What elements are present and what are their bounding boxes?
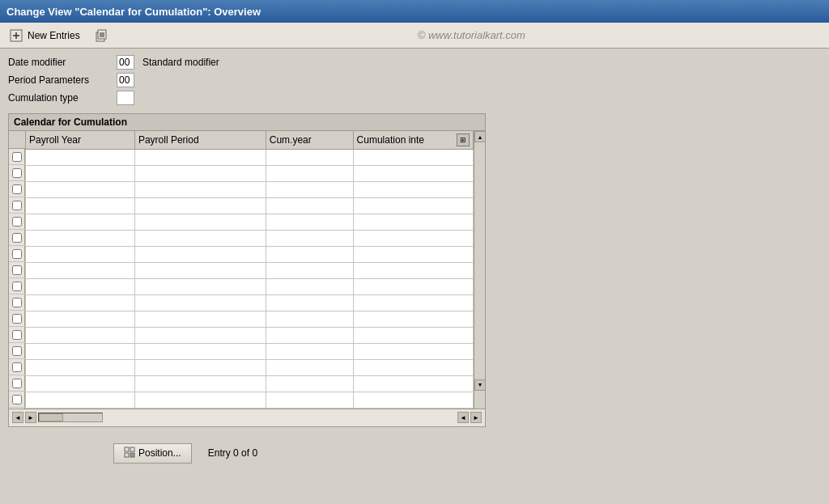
- toolbar: New Entries © www.tutorialkart.com: [0, 23, 829, 49]
- row-check-5[interactable]: [9, 214, 25, 230]
- new-entries-button[interactable]: New Entries: [5, 26, 83, 45]
- table-settings-icon[interactable]: ⊞: [457, 133, 470, 146]
- table-row: [26, 149, 474, 165]
- row-check-7[interactable]: [9, 246, 25, 262]
- vertical-scrollbar: ▲ ▼: [474, 131, 485, 409]
- col-cum-year: Cum.year: [266, 131, 353, 149]
- table-row: [26, 343, 474, 359]
- table-row: [26, 246, 474, 262]
- svg-rect-8: [125, 447, 129, 451]
- horizontal-scroll-area: ◄ ► ◄ ►: [9, 409, 485, 426]
- row-check-9[interactable]: [9, 278, 25, 294]
- scroll-down-button[interactable]: ▼: [474, 379, 486, 391]
- standard-modifier-label: Standard modifier: [142, 57, 219, 68]
- row-check-8[interactable]: [9, 262, 25, 278]
- scroll-right-button-2[interactable]: ►: [470, 412, 482, 423]
- copy-icon: [93, 28, 109, 44]
- cumulation-type-row: Cumulation type: [8, 91, 821, 105]
- cumulation-type-label: Cumulation type: [8, 92, 113, 104]
- table-row: [26, 327, 474, 343]
- table-row: [26, 165, 474, 181]
- date-modifier-input[interactable]: [117, 55, 134, 70]
- col-payroll-period: Payroll Period: [134, 131, 266, 149]
- table-row: [26, 375, 474, 392]
- scroll-up-button[interactable]: ▲: [474, 131, 486, 142]
- period-parameters-row: Period Parameters: [8, 73, 821, 87]
- title-bar: Change View "Calendar for Cumulation": O…: [0, 0, 829, 23]
- copy-button[interactable]: [90, 26, 113, 45]
- table-row: [26, 278, 474, 294]
- period-parameters-input[interactable]: [117, 73, 134, 87]
- main-content: Date modifier Standard modifier Period P…: [0, 49, 829, 470]
- position-icon: [124, 447, 135, 460]
- svg-rect-9: [125, 453, 129, 457]
- table-area: Payroll Year Payroll Period Cum.year Cum…: [9, 131, 485, 409]
- row-check-3[interactable]: [9, 181, 25, 197]
- table-row: [26, 197, 474, 214]
- data-table: Payroll Year Payroll Period Cum.year Cum…: [25, 131, 474, 409]
- calendar-header: Calendar for Cumulation: [9, 114, 485, 131]
- table-row: [26, 230, 474, 246]
- scroll-left-button-2[interactable]: ◄: [457, 412, 469, 423]
- watermark-text: © www.tutorialkart.com: [119, 29, 824, 41]
- table-row: [26, 262, 474, 278]
- svg-rect-10: [130, 447, 134, 451]
- calendar-section: Calendar for Cumulation: [8, 113, 486, 427]
- row-check-4[interactable]: [9, 197, 25, 214]
- col-payroll-year: Payroll Year: [26, 131, 135, 149]
- period-parameters-label: Period Parameters: [8, 74, 113, 86]
- svg-rect-11: [130, 453, 134, 457]
- cumulation-type-input[interactable]: [117, 91, 134, 105]
- bottom-area: Position... Entry 0 of 0: [8, 443, 821, 464]
- date-modifier-row: Date modifier Standard modifier: [8, 55, 821, 70]
- table-row: [26, 214, 474, 230]
- position-button[interactable]: Position...: [113, 443, 192, 464]
- scroll-left-button[interactable]: ◄: [12, 412, 23, 423]
- row-check-2[interactable]: [9, 165, 25, 181]
- row-checkboxes: [9, 131, 25, 409]
- row-check-1[interactable]: [9, 149, 25, 165]
- new-entries-icon: [8, 28, 24, 44]
- row-check-13[interactable]: [9, 343, 25, 359]
- row-check-14[interactable]: [9, 359, 25, 375]
- row-check-12[interactable]: [9, 327, 25, 343]
- data-table-wrapper: Payroll Year Payroll Period Cum.year Cum…: [25, 131, 474, 409]
- table-row: [26, 181, 474, 197]
- table-row: [26, 294, 474, 311]
- row-check-16[interactable]: [9, 392, 25, 408]
- table-row: [26, 359, 474, 375]
- table-row: [26, 392, 474, 408]
- row-check-11[interactable]: [9, 311, 25, 327]
- col-cumulation-inte: Cumulation inte ⊞: [353, 131, 473, 149]
- horizontal-scroll-thumb: [39, 413, 63, 421]
- title-text: Change View "Calendar for Cumulation": O…: [6, 6, 261, 18]
- row-check-15[interactable]: [9, 375, 25, 392]
- new-entries-label: New Entries: [28, 30, 80, 41]
- table-row: [26, 311, 474, 327]
- date-modifier-label: Date modifier: [8, 57, 113, 68]
- horizontal-scroll-track[interactable]: [38, 413, 103, 422]
- scroll-right-btn[interactable]: ►: [25, 412, 36, 423]
- position-label: Position...: [138, 447, 181, 459]
- row-check-10[interactable]: [9, 294, 25, 311]
- row-check-6[interactable]: [9, 230, 25, 246]
- entry-count-text: Entry 0 of 0: [208, 447, 257, 459]
